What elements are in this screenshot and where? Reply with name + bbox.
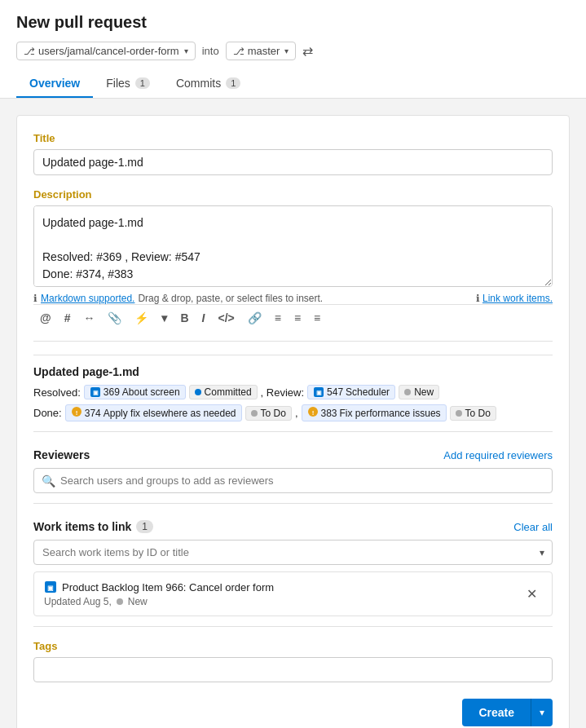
item-547-id: 547 bbox=[327, 386, 343, 398]
search-dropdown-arrow[interactable]: ▾ bbox=[540, 547, 544, 558]
create-dropdown-button[interactable]: ▾ bbox=[531, 699, 553, 726]
toolbar-link-pr[interactable]: ↔ bbox=[80, 310, 98, 326]
title-input[interactable] bbox=[33, 149, 553, 175]
tab-bar: Overview Files 1 Commits 1 bbox=[16, 70, 570, 98]
item-369-title: About screen bbox=[122, 386, 180, 398]
description-textarea[interactable]: Updated page-1.md Resolved: #369 , Revie… bbox=[33, 205, 553, 287]
description-preview: Updated page-1.md Resolved: ▣ 369 About … bbox=[33, 355, 553, 421]
toolbar-hash[interactable]: # bbox=[61, 310, 74, 326]
tab-overview-label: Overview bbox=[29, 77, 80, 90]
target-branch-label: master bbox=[248, 45, 280, 57]
work-items-title: Work items to link 1 bbox=[33, 520, 153, 533]
page-title: New pull request bbox=[16, 13, 570, 32]
item-374-chip[interactable]: ! 374 Apply fix elsewhere as needed bbox=[65, 404, 242, 421]
tab-commits[interactable]: Commits 1 bbox=[163, 70, 253, 98]
item-369-icon: ▣ bbox=[90, 386, 101, 398]
toolbar-indent[interactable]: ≡ bbox=[311, 310, 324, 326]
item-547-status-label: New bbox=[414, 386, 434, 398]
resolved-row: Resolved: ▣ 369 About screen Committed ,… bbox=[33, 385, 553, 399]
tab-commits-badge: 1 bbox=[226, 77, 240, 89]
source-branch-label: users/jamal/cancel-order-form bbox=[38, 45, 179, 57]
work-item-updated: Updated Aug 5, bbox=[44, 596, 112, 607]
preview-title: Updated page-1.md bbox=[33, 365, 553, 378]
item-369-status-label: Committed bbox=[205, 386, 252, 398]
branch-bar: ⎇ users/jamal/cancel-order-form ▾ into ⎇… bbox=[16, 42, 570, 60]
toolbar-bold[interactable]: B bbox=[177, 310, 192, 326]
source-branch-chevron: ▾ bbox=[184, 46, 188, 55]
work-items-header: Work items to link 1 Clear all bbox=[33, 520, 553, 533]
item-547-icon: ▣ bbox=[313, 386, 324, 398]
svg-text:▣: ▣ bbox=[92, 390, 98, 395]
svg-text:▣: ▣ bbox=[47, 585, 54, 592]
svg-text:▣: ▣ bbox=[316, 390, 322, 395]
clear-all-link[interactable]: Clear all bbox=[513, 521, 553, 533]
item-369-status-dot bbox=[195, 389, 201, 395]
reviewers-search-input[interactable] bbox=[33, 468, 553, 493]
toolbar-code[interactable]: </> bbox=[214, 310, 237, 326]
title-label: Title bbox=[33, 132, 553, 144]
story-547-svg: ▣ bbox=[313, 386, 324, 398]
item-374-icon: ! bbox=[71, 406, 82, 420]
done-label: Done: bbox=[33, 407, 62, 419]
divider-2 bbox=[33, 431, 553, 432]
footer-bar: Create ▾ bbox=[33, 699, 553, 726]
create-button[interactable]: Create bbox=[462, 699, 531, 726]
editor-toolbar: @ # ↔ 📎 ⚡ ▾ B I </> 🔗 ≡ ≡ ≡ bbox=[33, 304, 553, 331]
work-item-meta: Updated Aug 5, New bbox=[44, 596, 274, 607]
source-branch-selector[interactable]: ⎇ users/jamal/cancel-order-form ▾ bbox=[16, 42, 196, 60]
story-svg: ▣ bbox=[90, 386, 101, 398]
item-369-chip[interactable]: ▣ 369 About screen bbox=[84, 385, 186, 399]
source-branch-icon: ⎇ bbox=[24, 46, 35, 57]
markdown-link[interactable]: Markdown supported. bbox=[41, 293, 134, 304]
toolbar-emoji[interactable]: ⚡ bbox=[131, 310, 152, 326]
reviewers-search-wrap: 🔍 bbox=[33, 468, 553, 493]
toolbar-more[interactable]: ▾ bbox=[158, 310, 170, 326]
toolbar-hyperlink[interactable]: 🔗 bbox=[245, 310, 265, 326]
review-label: , Review: bbox=[261, 386, 304, 399]
work-item-name: ▣ Product Backlog Item 966: Cancel order… bbox=[44, 580, 274, 593]
toolbar-attach[interactable]: 📎 bbox=[104, 310, 125, 326]
item-383-status-label: To Do bbox=[465, 408, 491, 419]
markdown-hint: Drag & drop, paste, or select files to i… bbox=[138, 293, 323, 304]
item-374-id: 374 bbox=[85, 408, 101, 419]
toolbar-unordered-list[interactable]: ≡ bbox=[291, 310, 304, 326]
item-383-chip[interactable]: ! 383 Fix performance issues bbox=[302, 404, 447, 421]
divider-4 bbox=[33, 626, 553, 627]
target-branch-selector[interactable]: ⎇ master ▾ bbox=[226, 42, 297, 60]
item-374-title: Apply fix elsewhere as needed bbox=[104, 408, 236, 419]
reviewers-title: Reviewers bbox=[33, 448, 90, 461]
tab-files[interactable]: Files 1 bbox=[93, 70, 163, 98]
item-374-status-dot bbox=[251, 410, 258, 417]
item-383-status: To Do bbox=[450, 406, 496, 421]
remove-work-item-button[interactable]: ✕ bbox=[522, 585, 542, 603]
work-items-search-input[interactable] bbox=[33, 540, 553, 565]
tab-commits-label: Commits bbox=[176, 77, 221, 90]
markdown-bar: ℹ Markdown supported. Drag & drop, paste… bbox=[33, 293, 553, 304]
toolbar-italic[interactable]: I bbox=[199, 310, 209, 326]
reviewers-header: Reviewers Add required reviewers bbox=[33, 448, 553, 461]
target-branch-icon: ⎇ bbox=[233, 46, 245, 57]
work-items-badge: 1 bbox=[136, 520, 153, 533]
resolved-label: Resolved: bbox=[33, 386, 81, 399]
work-item-info: ▣ Product Backlog Item 966: Cancel order… bbox=[44, 580, 274, 607]
info-icon-link: ℹ bbox=[476, 293, 480, 304]
divider-1 bbox=[33, 341, 553, 342]
link-work-items-btn[interactable]: Link work items. bbox=[482, 293, 553, 304]
item-383-icon: ! bbox=[307, 406, 319, 420]
add-required-reviewers-link[interactable]: Add required reviewers bbox=[443, 449, 553, 461]
markdown-info-icon: ℹ bbox=[33, 293, 37, 304]
work-item-pb-icon: ▣ bbox=[44, 580, 57, 593]
target-branch-chevron: ▾ bbox=[284, 46, 289, 55]
item-547-chip[interactable]: ▣ 547 Scheduler bbox=[307, 385, 395, 399]
item-383-id: 383 bbox=[321, 408, 337, 419]
work-items-label: Work items to link bbox=[33, 520, 131, 533]
item-374-status-label: To Do bbox=[261, 408, 286, 419]
toolbar-mention[interactable]: @ bbox=[37, 310, 55, 326]
toolbar-ordered-list[interactable]: ≡ bbox=[271, 310, 284, 326]
work-items-search-wrap: ▾ bbox=[33, 540, 553, 565]
bug-383-svg: ! bbox=[307, 406, 319, 417]
swap-branches-icon[interactable]: ⇄ bbox=[302, 43, 313, 59]
tags-input[interactable] bbox=[33, 657, 553, 682]
tab-overview[interactable]: Overview bbox=[16, 70, 93, 98]
tags-section: Tags bbox=[33, 640, 553, 682]
